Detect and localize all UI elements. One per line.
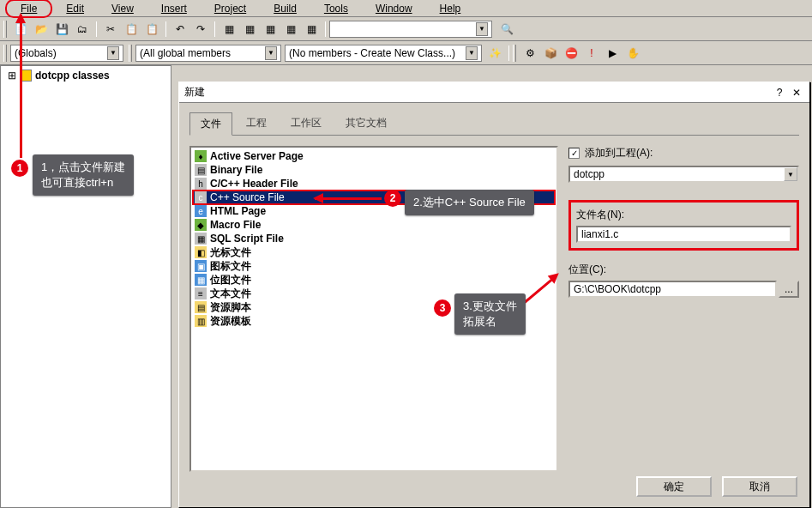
sql-icon: ▦: [195, 233, 207, 245]
tab-other[interactable]: 其它文档: [335, 112, 397, 136]
cancel-button[interactable]: 取消: [722, 476, 797, 497]
tree-label: dotcpp classes: [35, 70, 110, 82]
callout-2: 2.选中C++ Source File: [405, 190, 534, 215]
scope-combo[interactable]: (Globals)▼: [10, 45, 123, 62]
icon-icon: ▣: [195, 260, 207, 272]
paste-button[interactable]: 📋: [142, 20, 161, 39]
separator: [165, 21, 166, 37]
filename-label: 文件名(N):: [576, 208, 791, 222]
redo-button[interactable]: ↷: [191, 20, 210, 39]
location-input[interactable]: [568, 281, 777, 298]
cpp-icon: c: [195, 191, 207, 203]
cursor-icon: ◧: [195, 246, 207, 258]
separator: [96, 21, 97, 37]
tab-files[interactable]: 文件: [189, 112, 232, 136]
save-button[interactable]: 💾: [52, 20, 71, 39]
open-button[interactable]: 📂: [32, 20, 51, 39]
menu-insert[interactable]: Insert: [147, 1, 201, 16]
list-item[interactable]: ◆Macro File: [193, 218, 555, 232]
window1-button[interactable]: ▦: [220, 20, 238, 39]
dialog-titlebar: 新建 ? ✕: [179, 82, 809, 103]
list-item[interactable]: hC/C++ Header File: [193, 177, 555, 190]
separator: [508, 45, 509, 61]
tab-workspaces[interactable]: 工作区: [280, 112, 332, 136]
dialog-right-pane: ✓ 添加到工程(A): dotcpp▼ 文件名(N): 位置(C): ...: [568, 146, 799, 472]
window3-button[interactable]: ▦: [261, 20, 280, 39]
filename-input[interactable]: [576, 226, 791, 243]
help-button[interactable]: ?: [772, 86, 787, 100]
tree-root[interactable]: ⊞ dotcpp classes: [1, 66, 171, 85]
add-to-project-label: 添加到工程(A):: [585, 146, 653, 160]
binary-icon: ▤: [195, 164, 207, 176]
text-icon: ≡: [195, 287, 207, 299]
list-item[interactable]: ▣图标文件: [193, 259, 555, 273]
window5-button[interactable]: ▦: [302, 20, 321, 39]
menu-tools[interactable]: Tools: [310, 1, 362, 16]
plus-icon[interactable]: ⊞: [8, 70, 16, 82]
asp-icon: ♦: [195, 150, 207, 162]
add-to-project-checkbox[interactable]: ✓: [568, 148, 580, 159]
menu-edit[interactable]: Edit: [52, 1, 98, 16]
execute-button[interactable]: !: [582, 44, 601, 63]
list-item[interactable]: ▤Binary File: [193, 163, 555, 177]
wizard-button[interactable]: ✨: [485, 44, 504, 63]
callout-3: 3.更改文件 拓展名: [454, 293, 526, 335]
html-icon: e: [195, 205, 207, 217]
menu-help[interactable]: Help: [426, 1, 475, 16]
stop-build-button[interactable]: ⛔: [562, 44, 580, 63]
separator: [214, 21, 215, 37]
tab-projects[interactable]: 工程: [236, 112, 277, 136]
window4-button[interactable]: ▦: [281, 20, 300, 39]
grip-icon: [129, 45, 132, 62]
compile-button[interactable]: ⚙: [520, 44, 539, 63]
filename-group: 文件名(N):: [568, 200, 799, 251]
dialog-tabs: 文件 工程 工作区 其它文档: [189, 112, 799, 136]
class-view-panel: ⊞ dotcpp classes: [0, 65, 171, 508]
menu-build[interactable]: Build: [260, 1, 310, 16]
copy-button[interactable]: 📋: [122, 20, 141, 39]
save-all-button[interactable]: 🗂: [73, 20, 92, 39]
menu-window[interactable]: Window: [362, 1, 426, 16]
list-item[interactable]: ▦SQL Script File: [193, 232, 555, 245]
badge-1: 1: [11, 160, 28, 177]
go-button[interactable]: ▶: [603, 44, 622, 63]
create-class-combo[interactable]: (No members - Create New Class...)▼: [285, 45, 482, 62]
window2-button[interactable]: ▦: [240, 20, 259, 39]
grip-icon: [3, 45, 7, 62]
arrow-annotation: [315, 197, 382, 200]
members-combo[interactable]: (All global members▼: [135, 45, 281, 62]
find-combo[interactable]: ▼: [329, 21, 492, 38]
separator: [325, 21, 326, 37]
list-item[interactable]: ▦位图文件: [193, 273, 555, 287]
toolbar-class: (Globals)▼ (All global members▼ (No memb…: [0, 41, 812, 65]
header-icon: h: [195, 178, 207, 190]
menu-view[interactable]: View: [98, 1, 147, 16]
location-label: 位置(C):: [568, 263, 799, 277]
bitmap-icon: ▦: [195, 274, 207, 286]
menu-project[interactable]: Project: [201, 1, 260, 16]
browse-button[interactable]: ...: [779, 281, 799, 298]
cut-button[interactable]: ✂: [101, 20, 120, 39]
badge-2: 2: [384, 190, 401, 207]
template-icon: ▥: [195, 315, 207, 327]
ok-button[interactable]: 确定: [636, 476, 712, 497]
list-item[interactable]: ◧光标文件: [193, 245, 555, 259]
breakpoint-button[interactable]: ✋: [623, 44, 642, 63]
close-button[interactable]: ✕: [789, 86, 804, 100]
dialog-body: 文件 工程 工作区 其它文档 ♦Active Server Page ▤Bina…: [179, 103, 809, 481]
menu-file[interactable]: File: [5, 0, 52, 18]
toolbar-main: 📄 📂 💾 🗂 ✂ 📋 📋 ↶ ↷ ▦ ▦ ▦ ▦ ▦ ▼ 🔍: [0, 17, 812, 41]
menu-bar: File Edit View Insert Project Build Tool…: [0, 0, 812, 17]
grip-icon: [513, 45, 516, 62]
badge-3: 3: [434, 299, 451, 317]
macro-icon: ◆: [195, 219, 207, 231]
find-button[interactable]: 🔍: [497, 20, 516, 39]
project-combo[interactable]: dotcpp▼: [568, 166, 799, 183]
build-button[interactable]: 📦: [541, 44, 560, 63]
callout-1: 1，点击文件新建 也可直接ctrl+n: [33, 154, 134, 196]
arrow-annotation: [20, 15, 22, 158]
undo-button[interactable]: ↶: [171, 20, 189, 39]
dialog-title-text: 新建: [184, 85, 205, 100]
grip-icon: [3, 21, 7, 38]
list-item[interactable]: ♦Active Server Page: [193, 149, 555, 163]
